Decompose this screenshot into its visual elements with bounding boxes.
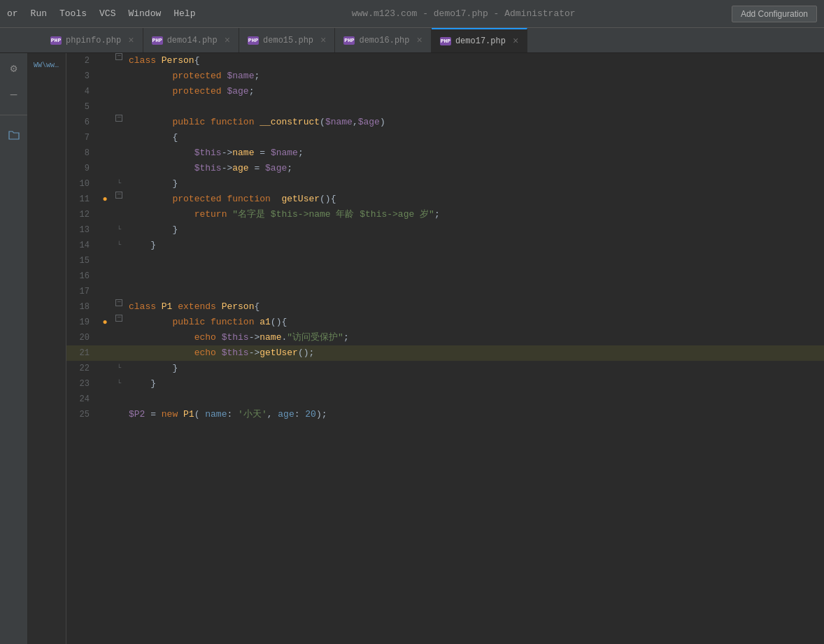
- fold-gutter[interactable]: −: [112, 299, 126, 306]
- token-var-name: $P2: [129, 409, 145, 420]
- code-line: 25$P2 = new P1( name: '小天', age: 20);: [66, 407, 824, 422]
- code-line: 6− public function __construct($name,$ag…: [66, 115, 824, 130]
- token-kw-function: function: [211, 317, 260, 327]
- line-number: 18: [66, 299, 98, 315]
- line-content: return "名字是 $this->name 年龄 $this->age 岁"…: [126, 207, 824, 222]
- token-kw-protected: protected: [172, 86, 227, 96]
- code-line: 24: [66, 392, 824, 407]
- settings-icon[interactable]: ⚙: [4, 59, 24, 78]
- token-punct: }: [172, 178, 178, 189]
- token-kw-echo: echo: [194, 332, 222, 343]
- code-line: 3 protected $name;: [66, 69, 824, 84]
- code-line: 23└ }: [66, 376, 824, 392]
- line-number: 14: [66, 238, 98, 253]
- file-tree-item[interactable]: WW\ww...: [31, 56, 63, 71]
- fold-gutter[interactable]: └: [112, 222, 126, 238]
- token-punct: ;: [287, 163, 292, 173]
- line-content: }: [126, 376, 824, 392]
- code-line: 13└ }: [66, 222, 824, 238]
- tab-close-demo14[interactable]: ×: [225, 35, 230, 46]
- editor-area[interactable]: 2−class Person{3 protected $name;4 prote…: [66, 53, 824, 644]
- token-var-name: $name: [325, 117, 353, 127]
- menu-bar[interactable]: or Run Tools VCS Window Help: [7, 8, 195, 19]
- php-icon: PHP: [50, 36, 62, 45]
- token-kw-protected: protected: [172, 71, 227, 81]
- fold-gutter[interactable]: −: [112, 115, 126, 122]
- token-param-name: age: [278, 409, 294, 420]
- line-content: protected function getUser(){: [126, 192, 824, 207]
- main-layout: ⚙ — WW\ww... 2−class Person{3 protected …: [0, 53, 824, 644]
- fold-gutter[interactable]: −: [112, 192, 126, 199]
- fold-gutter[interactable]: └: [112, 361, 126, 376]
- tab-demo15[interactable]: PHP demo15.php ×: [239, 28, 335, 52]
- code-line: 20 echo $this->name."访问受保护";: [66, 330, 824, 345]
- menu-item-help[interactable]: Help: [173, 8, 195, 19]
- add-configuration-button[interactable]: Add Configuration: [732, 6, 817, 22]
- file-tree: WW\ww...: [28, 53, 66, 73]
- code-line: 5: [66, 99, 824, 115]
- menu-item-run[interactable]: Run: [31, 8, 47, 19]
- fold-gutter[interactable]: −: [112, 53, 126, 60]
- fold-gutter[interactable]: └: [112, 238, 126, 253]
- code-line: 2−class Person{: [66, 53, 824, 69]
- code-line: 21 echo $this->getUser();: [66, 345, 824, 361]
- token-punct: );: [316, 409, 327, 420]
- line-content: echo $this->name."访问受保护";: [126, 330, 824, 345]
- code-line: 17: [66, 284, 824, 299]
- line-gutter: ●: [98, 315, 112, 330]
- menu-item-vcs[interactable]: VCS: [99, 8, 115, 19]
- token-kw-class: class: [129, 301, 162, 312]
- tab-close-phpinfo[interactable]: ×: [128, 35, 134, 46]
- tab-label: demo17.php: [455, 36, 506, 46]
- token-string-val: '小天': [238, 409, 267, 420]
- code-editor[interactable]: 2−class Person{3 protected $name;4 prote…: [66, 53, 824, 644]
- line-number: 16: [66, 269, 98, 284]
- line-number: 3: [66, 69, 98, 84]
- line-content: {: [126, 130, 824, 145]
- fold-gutter[interactable]: −: [112, 315, 126, 322]
- token-arrow: ->: [249, 332, 260, 343]
- line-content: $this->age = $age;: [126, 161, 824, 176]
- menu-item-or[interactable]: or: [7, 8, 18, 19]
- code-line: 10└ }: [66, 176, 824, 192]
- folder-icon[interactable]: [4, 125, 24, 145]
- line-number: 5: [66, 99, 98, 115]
- token-fn-name: name: [232, 148, 254, 158]
- line-number: 20: [66, 330, 98, 345]
- line-number: 17: [66, 284, 98, 299]
- menu-item-window[interactable]: Window: [128, 8, 161, 19]
- line-number: 24: [66, 392, 98, 407]
- fold-gutter[interactable]: └: [112, 376, 126, 392]
- php-icon: PHP: [248, 36, 259, 45]
- line-content: protected $name;: [126, 69, 824, 84]
- tab-close-demo17[interactable]: ×: [513, 36, 518, 47]
- line-content: }: [126, 176, 824, 192]
- token-string-val: "访问受保护": [287, 332, 343, 343]
- line-content: }: [126, 238, 824, 253]
- token-punct: ): [380, 117, 385, 127]
- tab-phpinfo[interactable]: PHP phpinfo.php ×: [42, 28, 143, 52]
- tab-label: demo15.php: [263, 36, 313, 45]
- token-var-name: $age: [227, 86, 248, 96]
- token-punct: }: [150, 378, 156, 389]
- token-punct: ,: [267, 409, 278, 420]
- token-punct: }: [150, 240, 156, 250]
- tab-demo17[interactable]: PHP demo17.php ×: [432, 28, 527, 52]
- tab-close-demo16[interactable]: ×: [416, 35, 422, 46]
- menu-item-tools[interactable]: Tools: [59, 8, 87, 19]
- tab-label: demo16.php: [359, 36, 409, 45]
- tab-label: demo14.php: [167, 36, 218, 45]
- tab-demo14[interactable]: PHP demo14.php ×: [143, 28, 239, 52]
- tab-close-demo15[interactable]: ×: [320, 35, 326, 46]
- sidebar-icons: ⚙ —: [0, 53, 28, 644]
- token-this-kw: $this: [222, 348, 249, 358]
- line-number: 19: [66, 315, 98, 330]
- token-this-kw: $this: [194, 148, 222, 158]
- minimize-icon[interactable]: —: [4, 85, 24, 105]
- code-line: 12 return "名字是 $this->name 年龄 $this->age…: [66, 207, 824, 222]
- token-class-name: P1: [162, 301, 173, 312]
- code-line: 11●− protected function getUser(){: [66, 192, 824, 207]
- line-number: 15: [66, 253, 98, 269]
- tab-demo16[interactable]: PHP demo16.php ×: [335, 28, 431, 52]
- token-arrow: ->: [222, 163, 233, 173]
